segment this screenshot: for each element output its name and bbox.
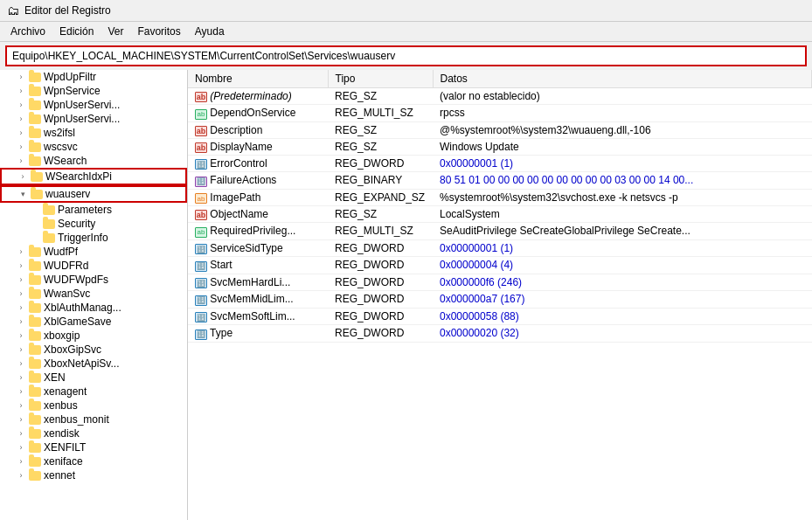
tree-toggle-wuauserv[interactable]: ▾ xyxy=(16,190,30,198)
folder-icon-wwansvc xyxy=(28,288,42,300)
tree-item-wudfrd[interactable]: ›WUDFRd xyxy=(0,259,187,273)
tree-item-wwansvc[interactable]: ›WwanSvc xyxy=(0,287,187,301)
tree-item-wpnuserservi1[interactable]: ›WpnUserServi... xyxy=(0,98,187,112)
tree-panel[interactable]: ›WpdUpFiltr›WpnService›WpnUserServi...›W… xyxy=(0,70,188,520)
tree-toggle-wudfwpdfs[interactable]: › xyxy=(14,275,28,284)
tree-toggle-wpnservice[interactable]: › xyxy=(14,87,28,95)
tree-item-parameters[interactable]: Parameters xyxy=(0,203,187,217)
col-datos[interactable]: Datos xyxy=(433,70,812,88)
tree-item-wudfpf[interactable]: ›WudfPf xyxy=(0,245,187,259)
table-row[interactable]: 🔢 FailureActions REG_BINARY 80 51 01 00 … xyxy=(188,172,812,190)
tree-item-xenbus[interactable]: ›xenbus xyxy=(0,399,187,413)
tree-toggle-xeniface[interactable]: › xyxy=(14,457,28,466)
tree-item-xenagent[interactable]: ›xenagent xyxy=(0,385,187,399)
cell-type: REG_MULTI_SZ xyxy=(328,105,433,122)
cell-name: 🔢 ServiceSidType xyxy=(188,239,328,257)
cell-data: 0x00000001 (1) xyxy=(433,239,812,257)
tree-item-ws2ifsl[interactable]: ›ws2ifsl xyxy=(0,126,187,140)
tree-toggle-xboxnetapisv[interactable]: › xyxy=(14,359,28,368)
tree-toggle-wsearchidxpi[interactable]: › xyxy=(16,172,30,181)
reg-dword-icon: 🔢 xyxy=(195,295,207,306)
tree-toggle-xendisk[interactable]: › xyxy=(14,429,28,438)
tree-toggle-wpnuserservi2[interactable]: › xyxy=(14,114,28,123)
tree-item-security[interactable]: Security xyxy=(0,217,187,231)
menu-edicion[interactable]: Edición xyxy=(52,24,101,39)
tree-label-wudfpf: WudfPf xyxy=(42,246,78,258)
table-row[interactable]: ab ObjectName REG_SZ LocalSystem xyxy=(188,206,812,223)
address-bar[interactable] xyxy=(5,45,807,66)
tree-item-xennet[interactable]: ›xennet xyxy=(0,468,187,482)
menu-ayuda[interactable]: Ayuda xyxy=(188,24,232,39)
tree-toggle-xboxgipsvc[interactable]: › xyxy=(14,345,28,354)
tree-item-xboxgip[interactable]: ›xboxgip xyxy=(0,329,187,343)
tree-label-xeniface: xeniface xyxy=(42,455,83,468)
cell-type: REG_DWORD xyxy=(328,274,433,291)
tree-toggle-wpnuserservi1[interactable]: › xyxy=(14,101,28,109)
cell-type: REG_MULTI_SZ xyxy=(328,223,433,240)
menu-archivo[interactable]: Archivo xyxy=(3,24,52,39)
table-row[interactable]: ab DependOnService REG_MULTI_SZ rpcss xyxy=(188,105,812,122)
tree-toggle-wudfrd[interactable]: › xyxy=(14,261,28,270)
table-row[interactable]: 🔢 Type REG_DWORD 0x00000020 (32) xyxy=(188,325,812,343)
tree-item-wsearchidxpi[interactable]: ›WSearchIdxPi xyxy=(0,168,187,185)
registry-table: Nombre Tipo Datos ab (Predeterminado) RE… xyxy=(188,70,812,343)
content-panel[interactable]: Nombre Tipo Datos ab (Predeterminado) RE… xyxy=(188,70,812,520)
col-tipo[interactable]: Tipo xyxy=(328,70,433,88)
tree-toggle-wudfpf[interactable]: › xyxy=(14,247,28,256)
tree-item-xen[interactable]: ›XEN xyxy=(0,371,187,385)
tree-item-wudfwpdfs[interactable]: ›WUDFWpdFs xyxy=(0,273,187,287)
tree-toggle-xenbus[interactable]: › xyxy=(14,401,28,410)
folder-icon-xenbus_monit xyxy=(28,413,42,426)
table-row[interactable]: ab DisplayName REG_SZ Windows Update xyxy=(188,138,812,155)
col-nombre[interactable]: Nombre xyxy=(188,70,328,88)
tree-label-wudfrd: WUDFRd xyxy=(42,260,88,272)
tree-item-xenfilt[interactable]: ›XENFILT xyxy=(0,440,187,454)
tree-toggle-wsearch[interactable]: › xyxy=(14,156,28,165)
tree-toggle-xennet[interactable]: › xyxy=(14,471,28,480)
tree-toggle-xblauthmanag[interactable]: › xyxy=(14,303,28,312)
tree-item-xenbus_monit[interactable]: ›xenbus_monit xyxy=(0,413,187,426)
table-row[interactable]: 🔢 SvcMemSoftLim... REG_DWORD 0x00000058 … xyxy=(188,308,812,325)
tree-item-wpdupfiltr[interactable]: ›WpdUpFiltr xyxy=(0,70,187,84)
tree-item-wuauserv[interactable]: ▾wuauserv xyxy=(0,185,187,203)
tree-item-wscsvc[interactable]: ›wscsvc xyxy=(0,140,187,154)
tree-item-triggerinfo[interactable]: TriggerInfo xyxy=(0,231,187,245)
cell-type: REG_DWORD xyxy=(328,308,433,325)
tree-toggle-wpdupfiltr[interactable]: › xyxy=(14,73,28,81)
tree-item-wpnuserservi2[interactable]: ›WpnUserServi... xyxy=(0,112,187,126)
cell-data: %systemroot%\system32\svchost.exe -k net… xyxy=(433,189,812,206)
tree-toggle-xenbus_monit[interactable]: › xyxy=(14,415,28,424)
tree-toggle-ws2ifsl[interactable]: › xyxy=(14,128,28,137)
tree-toggle-xboxgip[interactable]: › xyxy=(14,331,28,340)
table-row[interactable]: 🔢 SvcMemMidLim... REG_DWORD 0x000000a7 (… xyxy=(188,291,812,309)
folder-icon-triggerinfo xyxy=(42,232,56,244)
tree-item-xblauthmanag[interactable]: ›XblAuthManag... xyxy=(0,301,187,315)
table-row[interactable]: 🔢 ServiceSidType REG_DWORD 0x00000001 (1… xyxy=(188,239,812,257)
tree-toggle-xenagent[interactable]: › xyxy=(14,387,28,396)
tree-item-wsearch[interactable]: ›WSearch xyxy=(0,154,187,168)
tree-item-xboxgipsvc[interactable]: ›XboxGipSvc xyxy=(0,343,187,357)
tree-toggle-wwansvc[interactable]: › xyxy=(14,289,28,298)
table-row[interactable]: ab Description REG_SZ @%systemroot%\syst… xyxy=(188,121,812,138)
tree-item-xendisk[interactable]: ›xendisk xyxy=(0,426,187,440)
tree-item-xboxnetapisv[interactable]: ›XboxNetApiSv... xyxy=(0,357,187,371)
table-row[interactable]: ab ImagePath REG_EXPAND_SZ %systemroot%\… xyxy=(188,189,812,206)
table-row[interactable]: 🔢 SvcMemHardLi... REG_DWORD 0x000000f6 (… xyxy=(188,274,812,291)
menu-ver[interactable]: Ver xyxy=(101,24,130,39)
tree-item-xblgamesave[interactable]: ›XblGameSave xyxy=(0,315,187,329)
table-row[interactable]: 🔢 Start REG_DWORD 0x00000004 (4) xyxy=(188,257,812,274)
table-row[interactable]: ab RequiredPrivileg... REG_MULTI_SZ SeAu… xyxy=(188,223,812,240)
tree-toggle-xblgamesave[interactable]: › xyxy=(14,317,28,326)
cell-type: REG_DWORD xyxy=(328,325,433,343)
tree-label-wsearchidxpi: WSearchIdxPi xyxy=(44,170,112,183)
reg-dword-icon: 🔢 xyxy=(195,278,207,288)
tree-toggle-xenfilt[interactable]: › xyxy=(14,443,28,452)
tree-item-xeniface[interactable]: ›xeniface xyxy=(0,454,187,468)
menu-favoritos[interactable]: Favoritos xyxy=(130,24,187,39)
tree-item-wpnservice[interactable]: ›WpnService xyxy=(0,84,187,98)
cell-data: 0x00000058 (88) xyxy=(433,308,812,325)
table-row[interactable]: ab (Predeterminado) REG_SZ (valor no est… xyxy=(188,88,812,105)
tree-toggle-wscsvc[interactable]: › xyxy=(14,142,28,151)
table-row[interactable]: 🔢 ErrorControl REG_DWORD 0x00000001 (1) xyxy=(188,155,812,172)
tree-toggle-xen[interactable]: › xyxy=(14,373,28,382)
